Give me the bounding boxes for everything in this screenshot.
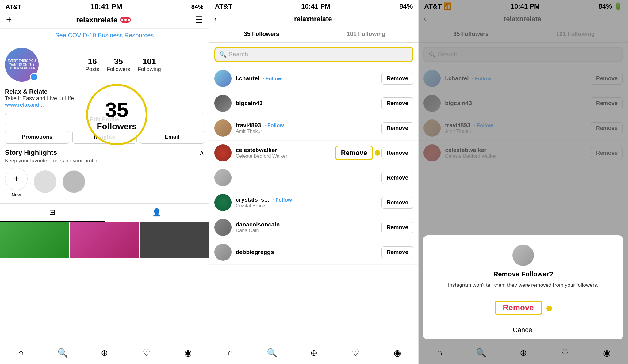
follower-info-2: bigcain43 xyxy=(236,100,377,107)
nav-add-1[interactable]: ⊕ xyxy=(84,348,125,358)
remove-button-1[interactable]: Remove xyxy=(381,73,413,85)
follower-info-7: danacolsoncain Dana Cain xyxy=(236,221,377,233)
follower-row-4: celestebwalker Celeste Bedford Walker Re… xyxy=(209,141,419,165)
dialog-description: Instagram won't tell them they were remo… xyxy=(448,281,599,289)
nav-search-1[interactable]: 🔍 xyxy=(42,348,83,358)
remove-button-4-highlight[interactable]: Remove xyxy=(335,146,373,160)
avatar-add-icon[interactable]: + xyxy=(30,73,38,81)
tab-following[interactable]: 101 Following xyxy=(314,26,419,42)
dialog-remove-label[interactable]: Remove xyxy=(495,301,542,315)
remove-button-7[interactable]: Remove xyxy=(381,222,413,233)
grid-cell-2 xyxy=(70,222,139,258)
promotions-button[interactable]: Promotions xyxy=(5,131,69,144)
follower-username-3: travi4893 · Follow xyxy=(236,122,377,129)
follower-info-8: debbiegreggs xyxy=(236,249,377,256)
grid-tab[interactable]: ⊞ xyxy=(0,204,105,222)
highlight-item-2[interactable] xyxy=(34,170,56,195)
follower-row-5: Remove xyxy=(209,165,419,190)
grid-cell-3 xyxy=(140,222,209,258)
dialog-remove-section: Remove xyxy=(423,295,623,320)
content-tabs: ⊞ 👤 xyxy=(0,203,209,222)
follower-username-7: danacolsoncain xyxy=(236,221,377,228)
dialog-cancel-button[interactable]: Cancel xyxy=(423,320,623,339)
new-highlight-item[interactable]: + New xyxy=(5,168,28,197)
follower-row-6: crystals_s... · Follow Crystal Bruce Rem… xyxy=(209,190,419,215)
remove-button-4[interactable]: Remove xyxy=(381,147,413,159)
new-highlight-bubble: + xyxy=(5,168,28,190)
time-1: 10:41 PM xyxy=(90,2,122,11)
battery-2: 84% xyxy=(399,2,413,10)
bottom-nav-1: ⌂ 🔍 ⊕ ♡ ◉ xyxy=(0,343,209,364)
highlight-label: Followers xyxy=(97,122,137,131)
followers-stat[interactable]: 35 Followers xyxy=(107,57,130,73)
highlight-bubble-3 xyxy=(63,170,85,193)
nav-add-2[interactable]: ⊕ xyxy=(293,348,335,358)
avatar-wrap: EVERY THING YOU WANT IS ON THE OTHER SI … xyxy=(5,48,39,82)
nav-profile-1[interactable]: ◉ xyxy=(167,348,209,358)
posts-stat[interactable]: 16 Posts xyxy=(86,57,99,73)
time-2: 10:41 PM xyxy=(301,2,330,10)
following-count: 101 xyxy=(143,57,156,66)
highlight-bubble-2 xyxy=(34,170,56,193)
nav-search-2[interactable]: 🔍 xyxy=(251,348,293,358)
new-highlight-label: New xyxy=(12,192,21,197)
tagged-tab[interactable]: 👤 xyxy=(105,204,209,222)
following-stat[interactable]: 101 Following xyxy=(138,57,161,73)
followers-highlight-bubble: 35 Followers xyxy=(86,84,147,145)
carrier-1: AT&T xyxy=(6,3,21,10)
add-icon[interactable]: + xyxy=(6,14,12,25)
follower-avatar-8 xyxy=(214,244,232,261)
remove-button-8[interactable]: Remove xyxy=(381,246,413,258)
tab-followers[interactable]: 35 Followers xyxy=(209,26,314,42)
nav-profile-2[interactable]: ◉ xyxy=(377,348,418,358)
follower-username-2: bigcain43 xyxy=(236,100,263,106)
followers-header: ‹ relaxnrelate xyxy=(209,12,419,26)
nav-home-2[interactable]: ⌂ xyxy=(209,348,251,358)
follower-avatar-7 xyxy=(214,219,232,236)
nav-heart-2[interactable]: ♡ xyxy=(335,348,377,358)
followers-label: Followers xyxy=(107,66,130,73)
nav-heart-1[interactable]: ♡ xyxy=(125,348,167,358)
carrier-2: AT&T xyxy=(215,2,232,10)
remove-button-6[interactable]: Remove xyxy=(381,197,413,209)
nav-home-1[interactable]: ⌂ xyxy=(0,348,42,358)
dialog-content: Remove Follower? Instagram won't tell th… xyxy=(423,235,623,296)
story-subtitle: Keep your favorite stories on your profi… xyxy=(5,158,98,164)
follower-realname-3: Amit Thakur xyxy=(236,129,377,134)
highlight-item-3[interactable] xyxy=(63,170,85,195)
follower-realname-4: Celeste Bedford Walker xyxy=(236,154,331,159)
story-title: Story Highlights xyxy=(5,149,98,157)
follower-username-6: crystals_s... · Follow xyxy=(236,196,377,203)
annotation-dot-4 xyxy=(375,150,380,156)
covid-banner[interactable]: See COVID-19 Business Resources xyxy=(0,29,209,42)
follow-btn-1[interactable]: · Follow xyxy=(262,76,282,82)
follower-row-3: travi4893 · Follow Amit Thakur Remove xyxy=(209,116,419,141)
posts-label: Posts xyxy=(86,66,99,73)
follow-btn-6[interactable]: · Follow xyxy=(273,197,292,203)
search-box-2[interactable]: 🔍 Search xyxy=(214,47,414,62)
menu-icon[interactable]: ☰ xyxy=(195,15,203,25)
remove-follower-dialog: Remove Follower? Instagram won't tell th… xyxy=(423,235,623,340)
dialog-remove-button[interactable]: Remove xyxy=(423,295,623,320)
follower-avatar-4 xyxy=(214,144,232,161)
back-button-2[interactable]: ‹ xyxy=(214,14,217,24)
search-input-2[interactable]: Search xyxy=(229,51,408,58)
story-collapse-icon[interactable]: ∧ xyxy=(199,149,204,157)
follower-avatar-2 xyxy=(214,95,232,112)
follower-row-7: danacolsoncain Dana Cain Remove xyxy=(209,215,419,240)
followers-page-title: relaxnrelate xyxy=(222,15,404,23)
dialog-title: Remove Follower? xyxy=(493,270,553,278)
email-button[interactable]: Email xyxy=(140,131,204,144)
follow-btn-3[interactable]: · Follow xyxy=(264,123,284,128)
search-icon-2: 🔍 xyxy=(220,51,226,58)
panel-profile: AT&T 10:41 PM 84% + relaxnrelate ☰ See C… xyxy=(0,0,209,364)
followers-tabs: 35 Followers 101 Following xyxy=(209,26,419,43)
follower-username-8: debbiegreggs xyxy=(236,249,377,256)
remove-button-5[interactable]: Remove xyxy=(381,172,413,184)
remove-button-3[interactable]: Remove xyxy=(381,122,413,134)
status-bar-2: AT&T 10:41 PM 84% xyxy=(209,0,419,12)
highlight-num: 35 xyxy=(105,98,128,122)
follower-avatar-1 xyxy=(214,70,232,87)
profile-stats-row: EVERY THING YOU WANT IS ON THE OTHER SI … xyxy=(0,42,209,87)
remove-button-2[interactable]: Remove xyxy=(381,97,413,109)
